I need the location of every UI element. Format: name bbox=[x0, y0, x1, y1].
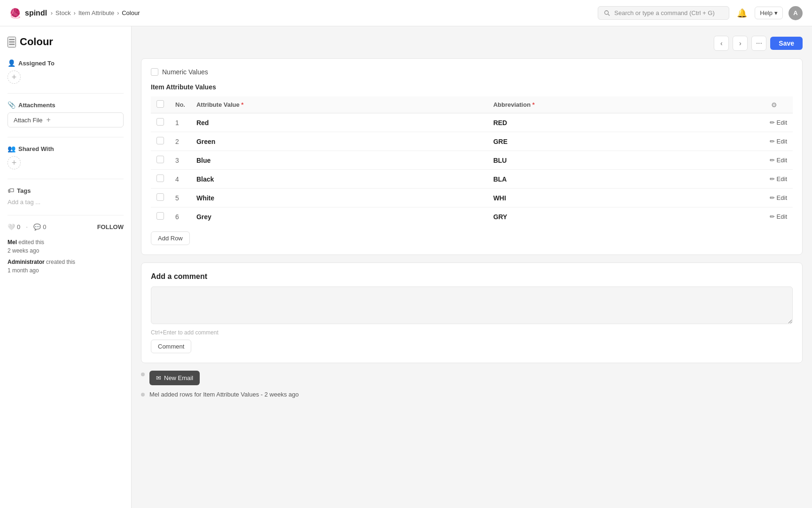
activity-action-0: edited this bbox=[18, 239, 44, 246]
breadcrumb-chevron-1: › bbox=[51, 10, 53, 16]
edit-button-0[interactable]: ✏ Edit bbox=[770, 119, 787, 126]
edit-button-4[interactable]: ✏ Edit bbox=[770, 194, 787, 201]
svg-line-1 bbox=[608, 14, 609, 16]
app-header: 🧶 spindl › Stock › Item Attribute › Colo… bbox=[0, 0, 812, 26]
reactions-row: 🤍 0 · 💬 0 FOLLOW bbox=[8, 223, 124, 230]
assign-add-button[interactable]: + bbox=[8, 71, 21, 84]
row-checkbox-0[interactable] bbox=[156, 118, 164, 126]
select-all-checkbox[interactable] bbox=[156, 100, 164, 108]
shared-with-section: 👥 Shared With + bbox=[8, 145, 124, 169]
activity-user-1: Administrator bbox=[8, 259, 45, 265]
row-value-0: Red bbox=[191, 113, 488, 132]
comments-count: 0 bbox=[43, 223, 46, 230]
help-chevron-icon: ▾ bbox=[774, 9, 778, 16]
divider-1 bbox=[8, 93, 124, 94]
shared-with-add-button[interactable]: + bbox=[8, 156, 21, 169]
row-checkbox-cell-4 bbox=[151, 189, 170, 207]
shared-with-header: 👥 Shared With bbox=[8, 145, 124, 152]
attach-plus-icon: + bbox=[46, 116, 50, 124]
th-abbreviation: Abbreviation bbox=[488, 96, 755, 113]
likes-count: 0 bbox=[17, 223, 20, 230]
attachments-label: Attachments bbox=[18, 102, 55, 109]
search-bar[interactable]: Search or type a command (Ctrl + G) bbox=[598, 6, 729, 20]
edit-icon-5: ✏ bbox=[770, 213, 775, 220]
comment-textarea[interactable] bbox=[151, 286, 793, 324]
breadcrumb-stock[interactable]: Stock bbox=[55, 9, 71, 16]
save-button[interactable]: Save bbox=[770, 37, 803, 50]
next-button[interactable]: › bbox=[733, 36, 748, 51]
edit-button-2[interactable]: ✏ Edit bbox=[770, 157, 787, 164]
row-checkbox-4[interactable] bbox=[156, 193, 164, 201]
breadcrumb-item-attribute[interactable]: Item Attribute bbox=[78, 9, 115, 16]
row-abbr-4: WHI bbox=[488, 189, 755, 207]
th-no: No. bbox=[170, 96, 191, 113]
header-right: Search or type a command (Ctrl + G) 🔔 He… bbox=[598, 6, 803, 20]
row-value-1: Green bbox=[191, 132, 488, 151]
sidebar-toggle-button[interactable]: ☰ bbox=[8, 37, 16, 48]
tags-header: 🏷 Tags bbox=[8, 187, 124, 194]
attach-file-label: Attach File bbox=[14, 117, 42, 124]
page-title-row: ☰ Colour bbox=[8, 36, 124, 48]
row-abbr-2: BLU bbox=[488, 151, 755, 170]
shared-with-icon: 👥 bbox=[8, 145, 16, 152]
row-no-5: 6 bbox=[170, 207, 191, 226]
edit-button-5[interactable]: ✏ Edit bbox=[770, 213, 787, 220]
email-icon: ✉ bbox=[156, 374, 161, 381]
page-title: Colour bbox=[20, 36, 53, 48]
logo[interactable]: 🧶 spindl bbox=[9, 8, 47, 19]
row-checkbox-cell-1 bbox=[151, 132, 170, 151]
edit-button-3[interactable]: ✏ Edit bbox=[770, 175, 787, 183]
add-tag-placeholder[interactable]: Add a tag ... bbox=[8, 198, 40, 206]
add-row-button[interactable]: Add Row bbox=[151, 231, 190, 245]
row-abbr-3: BLA bbox=[488, 170, 755, 189]
attach-file-button[interactable]: Attach File + bbox=[8, 112, 124, 127]
table-settings-button[interactable]: ⚙ bbox=[771, 101, 777, 109]
edit-icon-2: ✏ bbox=[770, 157, 775, 164]
table-row: 3 Blue BLU ✏ Edit bbox=[151, 151, 793, 170]
row-value-4: White bbox=[191, 189, 488, 207]
table-row: 4 Black BLA ✏ Edit bbox=[151, 170, 793, 189]
table-row: 6 Grey GRY ✏ Edit bbox=[151, 207, 793, 226]
table-row: 5 White WHI ✏ Edit bbox=[151, 189, 793, 207]
edit-icon-3: ✏ bbox=[770, 175, 775, 183]
th-attribute-value: Attribute Value bbox=[191, 96, 488, 113]
like-button[interactable]: 🤍 0 bbox=[8, 223, 20, 230]
row-actions-1: ✏ Edit bbox=[755, 132, 793, 151]
tags-section: 🏷 Tags Add a tag ... bbox=[8, 187, 124, 206]
row-no-4: 5 bbox=[170, 189, 191, 207]
attachments-section: 📎 Attachments Attach File + bbox=[8, 101, 124, 127]
logo-text: spindl bbox=[25, 9, 47, 17]
row-actions-3: ✏ Edit bbox=[755, 170, 793, 189]
help-label: Help bbox=[760, 9, 773, 16]
row-checkbox-2[interactable] bbox=[156, 156, 164, 163]
edit-button-1[interactable]: ✏ Edit bbox=[770, 138, 787, 145]
help-button[interactable]: Help ▾ bbox=[755, 7, 783, 19]
more-options-button[interactable]: ··· bbox=[751, 36, 766, 51]
item-attribute-values-title: Item Attribute Values bbox=[151, 83, 793, 91]
comment-reaction-button[interactable]: 💬 0 bbox=[33, 223, 46, 230]
row-no-0: 1 bbox=[170, 113, 191, 132]
logo-icon: 🧶 bbox=[9, 8, 21, 19]
edit-icon-1: ✏ bbox=[770, 138, 775, 145]
numeric-values-checkbox[interactable] bbox=[151, 68, 158, 76]
table-row: 1 Red RED ✏ Edit bbox=[151, 113, 793, 132]
row-checkbox-cell-0 bbox=[151, 113, 170, 132]
shared-with-label: Shared With bbox=[18, 145, 54, 152]
activity-item-0: Mel edited this 2 weeks ago bbox=[8, 238, 124, 255]
row-checkbox-1[interactable] bbox=[156, 137, 164, 144]
comment-button[interactable]: Comment bbox=[151, 340, 191, 353]
header-left: 🧶 spindl › Stock › Item Attribute › Colo… bbox=[9, 8, 140, 19]
th-checkbox bbox=[151, 96, 170, 113]
row-actions-5: ✏ Edit bbox=[755, 207, 793, 226]
notifications-button[interactable]: 🔔 bbox=[735, 6, 749, 20]
row-no-3: 4 bbox=[170, 170, 191, 189]
follow-button[interactable]: FOLLOW bbox=[97, 223, 124, 230]
row-checkbox-5[interactable] bbox=[156, 212, 164, 220]
activity-dot-log bbox=[141, 393, 145, 397]
prev-button[interactable]: ‹ bbox=[714, 36, 729, 51]
row-checkbox-3[interactable] bbox=[156, 175, 164, 182]
activity-email-entry: ✉ New Email bbox=[141, 371, 803, 385]
avatar[interactable]: A bbox=[789, 6, 803, 20]
new-email-button[interactable]: ✉ New Email bbox=[149, 371, 200, 385]
th-settings: ⚙ bbox=[755, 96, 793, 113]
